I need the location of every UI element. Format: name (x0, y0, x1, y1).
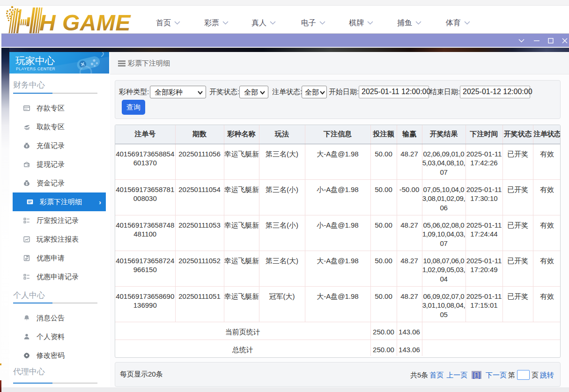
svg-text:H GAME: H GAME (39, 10, 131, 33)
